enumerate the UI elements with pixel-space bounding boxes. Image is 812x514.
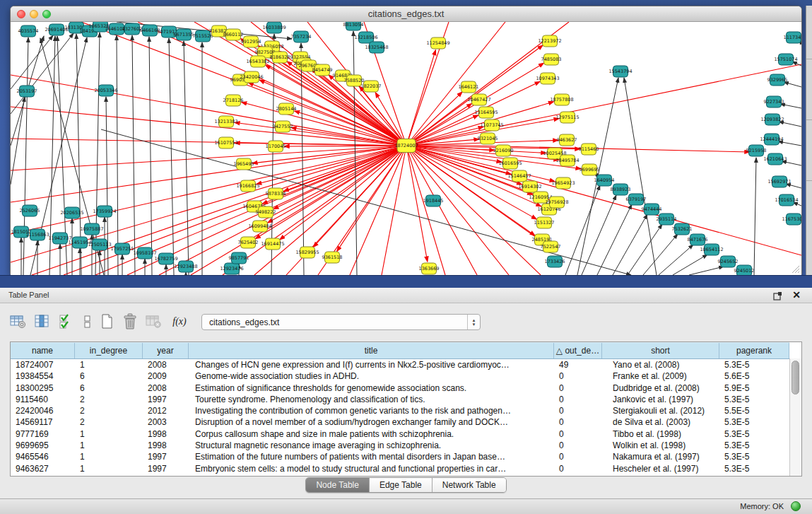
graph-edge[interactable] [32, 146, 406, 275]
graph-node-label: 8215958 [746, 148, 767, 153]
graph-node-label: 9857791 [229, 255, 249, 261]
graph-node-label: 12444194 [760, 136, 783, 142]
float-panel-icon[interactable] [773, 291, 782, 300]
table-row[interactable]: 946554611997Estimation of the future num… [11, 451, 789, 462]
table-body: 1872400712008Changes of HCN gene express… [11, 359, 801, 474]
table-row[interactable]: 1456911722003Disruption of a novel membe… [11, 416, 789, 428]
zoom-window-button[interactable] [42, 10, 51, 18]
graph-node-label: 10974343 [536, 76, 559, 81]
graph-edge[interactable] [149, 37, 152, 275]
graph-edge[interactable] [689, 267, 724, 275]
graph-node-label: 7515526 [193, 33, 213, 39]
graph-edge[interactable] [613, 214, 647, 275]
table-cell: 9777169 [11, 428, 75, 440]
resize-grip-icon [790, 264, 800, 274]
new-table-button[interactable] [98, 312, 117, 332]
import-table-disabled-icon [146, 314, 163, 329]
clear-selection-button[interactable] [78, 312, 98, 332]
network-canvas[interactable]: 4035574206914061831305418419541065328716… [11, 22, 801, 275]
graph-node-label: 8454749 [312, 67, 333, 73]
table-row[interactable]: 1938455462009Genome-wide association stu… [11, 370, 789, 382]
splitter-handle[interactable] [400, 279, 410, 284]
graph-edge[interactable] [406, 146, 477, 275]
table-row[interactable]: 2242004622012Investigating the contribut… [11, 405, 789, 416]
graph-node-label: 15829955 [295, 250, 319, 255]
graph-node-label: 12505113 [88, 242, 111, 247]
graph-edge[interactable] [406, 146, 543, 243]
select-all-button[interactable] [57, 312, 76, 332]
graph-edge[interactable] [11, 97, 25, 185]
graph-node-label: 10654112 [700, 247, 723, 252]
tab-node-table[interactable]: Node Table [306, 478, 370, 492]
table-row[interactable]: 1872400712008Changes of HCN gene express… [11, 359, 789, 370]
table-row[interactable]: 1830029562008Estimation of significance … [11, 382, 789, 394]
graph-edge[interactable] [406, 146, 555, 182]
delete-table-button[interactable] [120, 312, 140, 332]
graph-edge[interactable] [268, 146, 406, 223]
table-select-dropdown[interactable]: citations_edges.txt ▲▼ [201, 314, 481, 330]
network-window-titlebar[interactable]: citations_edges.txt [11, 6, 801, 22]
table-settings-button[interactable] [8, 312, 28, 332]
table-header-row[interactable]: namein_degreeyeartitle△ out_de…shortpage… [11, 342, 789, 359]
column-header-5[interactable]: short [602, 343, 719, 358]
table-vertical-scrollbar[interactable] [789, 358, 801, 476]
table-cell: Genome-wide association studies in ADHD. [189, 370, 554, 382]
graph-edge[interactable] [23, 37, 28, 275]
graph-edge[interactable] [313, 146, 406, 247]
table-row[interactable]: 969969511998Structural magnetic resonanc… [11, 440, 789, 451]
clear-selection-icon [83, 314, 92, 329]
table-row[interactable]: 911546021997Tourette syndrome. Phenomeno… [11, 394, 789, 405]
graph-node-label: 13213383 [214, 119, 237, 124]
table-cell: 5.9E-5 [719, 382, 789, 394]
column-header-1[interactable]: in_degree [75, 343, 143, 358]
table-cell: 9699695 [11, 440, 75, 451]
window-resize-grip[interactable] [790, 264, 800, 274]
table-cell: 2 [75, 405, 143, 416]
graph-edge[interactable] [624, 78, 657, 275]
column-header-3[interactable]: title [189, 343, 554, 358]
new-file-icon [101, 313, 114, 330]
network-svg[interactable]: 4035574206914061831305418419541065328716… [11, 22, 801, 275]
graph-edge[interactable] [117, 35, 118, 275]
graph-edge[interactable] [406, 146, 445, 275]
graph-node-label: 6671355 [174, 32, 194, 37]
table-row[interactable]: 977716911998Corpus callosum shape and si… [11, 428, 789, 440]
graph-edge[interactable] [169, 38, 174, 275]
graph-edge[interactable] [132, 35, 135, 275]
table-cell: Tibbo et al. (1998) [602, 428, 719, 440]
minimize-window-button[interactable] [30, 10, 38, 18]
graph-edge[interactable] [643, 234, 678, 275]
scrollbar-thumb[interactable] [792, 361, 799, 395]
table-cell: 9115460 [11, 394, 75, 405]
column-header-0[interactable]: name [11, 343, 75, 358]
graph-edge[interactable] [406, 64, 801, 146]
graph-edge[interactable] [659, 245, 693, 275]
column-header-4[interactable]: △ out_de… [554, 343, 602, 358]
table-cell: 1998 [143, 440, 189, 451]
column-header-6[interactable]: pagerank [719, 343, 789, 358]
column-header-2[interactable]: year [143, 343, 189, 358]
graph-edge[interactable] [597, 204, 632, 275]
graph-edge[interactable] [159, 146, 406, 275]
table-row[interactable]: 946362711997Embryonic stem cells: a mode… [11, 463, 789, 474]
graph-edge[interactable] [754, 158, 756, 275]
graph-edge[interactable] [628, 224, 662, 275]
graph-edge[interactable] [191, 146, 406, 275]
graph-edge[interactable] [301, 43, 304, 275]
graph-edge[interactable] [272, 57, 406, 146]
graph-edge[interactable] [582, 195, 616, 275]
network-window[interactable]: citations_edges.txt 40355742069140618313… [10, 6, 802, 275]
table-cell: Wolkin et al. (1998) [602, 440, 719, 451]
close-window-button[interactable] [17, 10, 25, 18]
graph-node-label: 19166825 [236, 183, 259, 189]
graph-node-label: 9699695 [579, 167, 600, 173]
tab-edge-table[interactable]: Edge Table [370, 478, 433, 492]
close-panel-icon[interactable]: ✕ [792, 289, 801, 300]
graph-edge[interactable] [184, 41, 189, 275]
graph-node-label: 16099484 [248, 223, 271, 229]
graph-edge[interactable] [11, 75, 406, 146]
graph-node-label: 12975115 [555, 115, 579, 120]
function-builder-button[interactable]: f(x) [170, 312, 189, 332]
select-column-button[interactable] [33, 312, 52, 332]
tab-network-table[interactable]: Network Table [433, 478, 506, 492]
